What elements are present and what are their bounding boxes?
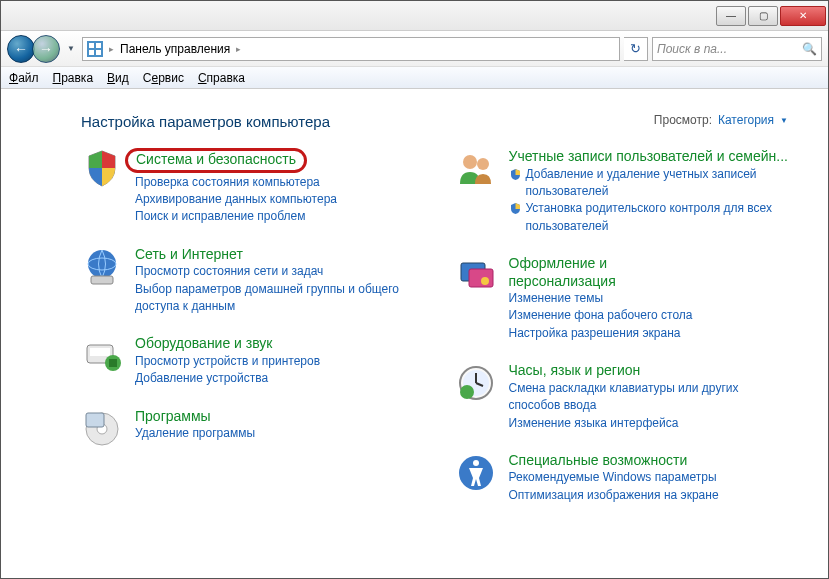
search-input[interactable]: Поиск в па... 🔍 — [652, 37, 822, 61]
menu-file[interactable]: Файл — [9, 71, 39, 85]
breadcrumb-root[interactable]: Панель управления — [120, 42, 230, 56]
svg-point-24 — [460, 385, 474, 399]
link-users-1[interactable]: Установка родительского контроля для все… — [509, 200, 789, 235]
search-placeholder: Поиск в па... — [657, 42, 727, 56]
link-ease-1[interactable]: Оптимизация изображения на экране — [509, 487, 789, 504]
forward-button[interactable]: → — [32, 35, 60, 63]
highlight-annotation: Система и безопасность — [125, 148, 307, 173]
view-value[interactable]: Категория — [718, 113, 774, 127]
search-icon[interactable]: 🔍 — [802, 42, 817, 56]
link-appearance-1[interactable]: Изменение фона рабочего стола — [509, 307, 789, 324]
maximize-button[interactable]: ▢ — [748, 6, 778, 26]
menu-tools[interactable]: Сервис — [143, 71, 184, 85]
link-system-1[interactable]: Архивирование данных компьютера — [135, 191, 415, 208]
titlebar: — ▢ ✕ — [1, 1, 828, 31]
svg-rect-3 — [89, 50, 94, 55]
category-title-ease[interactable]: Специальные возможности — [509, 452, 789, 470]
category-system: Система и безопасность Проверка состояни… — [81, 148, 415, 226]
svg-rect-4 — [96, 50, 101, 55]
svg-point-15 — [463, 155, 477, 169]
shield-icon — [509, 168, 522, 181]
category-network: Сеть и Интернет Просмотр состояния сети … — [81, 246, 415, 316]
category-title-hardware[interactable]: Оборудование и звук — [135, 335, 415, 353]
svg-rect-7 — [91, 276, 113, 284]
breadcrumb[interactable]: ▸ Панель управления ▸ — [109, 42, 241, 56]
users-icon — [455, 148, 497, 190]
category-title-network[interactable]: Сеть и Интернет — [135, 246, 415, 264]
link-ease-0[interactable]: Рекомендуемые Windows параметры — [509, 469, 789, 486]
category-ease: Специальные возможности Рекомендуемые Wi… — [455, 452, 789, 504]
link-hardware-1[interactable]: Добавление устройства — [135, 370, 415, 387]
close-button[interactable]: ✕ — [780, 6, 826, 26]
menu-view[interactable]: Вид — [107, 71, 129, 85]
nav-toolbar: ← → ▼ ▸ Панель управления ▸ ↻ Поиск в па… — [1, 31, 828, 67]
category-appearance: Оформление иперсонализация Изменение тем… — [455, 255, 789, 342]
view-label: Просмотр: — [654, 113, 712, 127]
category-title-users[interactable]: Учетные записи пользователей и семейн... — [509, 148, 789, 166]
category-title-system[interactable]: Система и безопасность — [136, 151, 296, 167]
svg-rect-11 — [109, 359, 117, 367]
minimize-button[interactable]: — — [716, 6, 746, 26]
link-network-0[interactable]: Просмотр состояния сети и задач — [135, 263, 415, 280]
svg-rect-18 — [469, 269, 493, 287]
ease-icon — [455, 452, 497, 494]
menu-edit[interactable]: Правка — [53, 71, 94, 85]
control-panel-icon — [87, 41, 103, 57]
category-clock: Часы, язык и регион Смена раскладки клав… — [455, 362, 789, 432]
link-clock-1[interactable]: Изменение языка интерфейса — [509, 415, 789, 432]
category-title-clock[interactable]: Часы, язык и регион — [509, 362, 789, 380]
svg-rect-9 — [90, 348, 110, 356]
svg-point-16 — [477, 158, 489, 170]
appearance-icon — [455, 255, 497, 297]
link-clock-0[interactable]: Смена раскладки клавиатуры или других сп… — [509, 380, 789, 415]
view-selector: Просмотр: Категория ▼ — [654, 113, 788, 127]
shield-icon — [509, 202, 522, 215]
programs-icon — [81, 408, 123, 450]
link-hardware-0[interactable]: Просмотр устройств и принтеров — [135, 353, 415, 370]
category-title-programs[interactable]: Программы — [135, 408, 415, 426]
menu-help[interactable]: Справка — [198, 71, 245, 85]
network-icon — [81, 246, 123, 288]
back-button[interactable]: ← — [7, 35, 35, 63]
left-column: Система и безопасность Проверка состояни… — [81, 148, 415, 504]
refresh-button[interactable]: ↻ — [624, 37, 648, 61]
category-programs: Программы Удаление программы — [81, 408, 415, 450]
svg-rect-14 — [86, 413, 104, 427]
nav-history-dropdown[interactable]: ▼ — [64, 35, 78, 63]
menu-bar: Файл Правка Вид Сервис Справка — [1, 67, 828, 89]
clock-icon — [455, 362, 497, 404]
link-system-2[interactable]: Поиск и исправление проблем — [135, 208, 415, 225]
category-users: Учетные записи пользователей и семейн...… — [455, 148, 789, 235]
system-icon — [81, 148, 123, 190]
svg-point-5 — [88, 250, 116, 278]
svg-point-26 — [473, 460, 479, 466]
address-bar[interactable]: ▸ Панель управления ▸ — [82, 37, 620, 61]
link-users-0[interactable]: Добавление и удаление учетных записей по… — [509, 166, 789, 201]
link-programs-0[interactable]: Удаление программы — [135, 425, 415, 442]
svg-rect-2 — [96, 43, 101, 48]
svg-rect-1 — [89, 43, 94, 48]
link-appearance-2[interactable]: Настройка разрешения экрана — [509, 325, 789, 342]
svg-point-19 — [481, 277, 489, 285]
link-network-1[interactable]: Выбор параметров домашней группы и общег… — [135, 281, 415, 316]
chevron-down-icon[interactable]: ▼ — [780, 116, 788, 125]
link-appearance-0[interactable]: Изменение темы — [509, 290, 789, 307]
link-system-0[interactable]: Проверка состояния компьютера — [135, 174, 415, 191]
content-area: Настройка параметров компьютера Просмотр… — [1, 89, 828, 579]
right-column: Учетные записи пользователей и семейн...… — [455, 148, 789, 504]
category-title-appearance[interactable]: Оформление иперсонализация — [509, 255, 789, 290]
hardware-icon — [81, 335, 123, 377]
category-hardware: Оборудование и звук Просмотр устройств и… — [81, 335, 415, 387]
